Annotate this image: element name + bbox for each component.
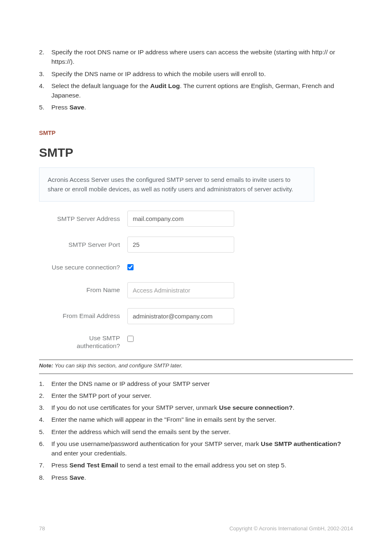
page-number: 78 [39, 525, 45, 533]
list-text: Specify the root DNS name or IP address … [51, 49, 335, 65]
list-text-after: . [84, 104, 86, 111]
label-smtp-auth-line2: authentication? [77, 342, 120, 349]
label-server-address: SMTP Server Address [39, 214, 127, 223]
copyright-text: Copyright © Acronis International GmbH, … [229, 525, 353, 533]
divider [39, 374, 353, 374]
label-server-port: SMTP Server Port [39, 240, 127, 249]
list-bold: Audit Log [150, 82, 180, 89]
list-text: Press [51, 474, 69, 481]
list-text: Select the default language for the [51, 82, 150, 89]
list-item: Select the default language for the Audi… [51, 81, 353, 100]
input-from-name[interactable] [127, 282, 234, 298]
list-text-after: . [84, 474, 86, 481]
label-from-email: From Email Address [39, 311, 127, 320]
bottom-ordered-list: Enter the DNS name or IP address of your… [39, 379, 353, 482]
smtp-form: SMTP Server Address SMTP Server Port Use… [39, 211, 314, 350]
label-smtp-auth: Use SMTP authentication? [39, 334, 127, 350]
note-text: You can skip this section, and configure… [53, 362, 183, 369]
list-item: Enter the name which will appear in the … [51, 415, 353, 424]
label-smtp-auth-line1: Use SMTP [89, 334, 120, 341]
list-bold: Save [69, 474, 84, 481]
page-footer: 78 Copyright © Acronis International Gmb… [39, 525, 353, 533]
smtp-subheading: SMTP [39, 129, 353, 138]
note-prefix: Note: [39, 362, 53, 369]
list-item: If you use username/password authenticat… [51, 439, 353, 458]
list-text: Enter the SMTP port of your server. [51, 392, 152, 399]
list-text: Enter the name which will appear in the … [51, 416, 276, 423]
list-bold: Save [69, 104, 84, 111]
list-bold: Use SMTP authentication? [261, 440, 341, 447]
list-item: Press Save. [51, 102, 353, 112]
list-item: Enter the DNS name or IP address of your… [51, 379, 353, 388]
top-ordered-list: Specify the root DNS name or IP address … [39, 47, 353, 112]
list-text: Press [51, 462, 69, 469]
list-text-after: to send a test email to the email addres… [118, 462, 286, 469]
list-text-after: . [293, 404, 294, 411]
input-from-email[interactable] [127, 308, 234, 324]
divider [39, 360, 353, 360]
label-from-name: From Name [39, 285, 127, 295]
list-bold: Use secure connection? [219, 404, 293, 411]
smtp-info-box: Acronis Access Server uses the configure… [39, 167, 314, 202]
row-server-address: SMTP Server Address [39, 211, 314, 227]
label-secure-connection: Use secure connection? [39, 262, 127, 272]
input-server-address[interactable] [127, 211, 234, 227]
list-item: Press Send Test Email to send a test ema… [51, 460, 353, 470]
checkbox-secure-connection[interactable] [127, 264, 134, 270]
list-text-after: and enter your credentials. [51, 450, 127, 457]
list-item: Specify the root DNS name or IP address … [51, 47, 353, 67]
row-from-email: From Email Address [39, 308, 314, 324]
list-item: Enter the SMTP port of your server. [51, 391, 353, 400]
list-text: Press [51, 104, 69, 111]
list-item: Press Save. [51, 473, 353, 482]
list-item: Enter the address which will send the em… [51, 427, 353, 437]
note: Note: You can skip this section, and con… [39, 362, 353, 370]
input-server-port[interactable] [127, 237, 234, 253]
list-text: If you do not use certificates for your … [51, 404, 219, 411]
smtp-heading: SMTP [39, 143, 353, 162]
list-text: If you use username/password authenticat… [51, 440, 261, 447]
row-smtp-auth: Use SMTP authentication? [39, 334, 314, 350]
row-from-name: From Name [39, 282, 314, 298]
list-text: Enter the DNS name or IP address of your… [51, 380, 210, 387]
list-text: Enter the address which will send the em… [51, 428, 231, 435]
list-item: If you do not use certificates for your … [51, 403, 353, 412]
checkbox-smtp-auth[interactable] [127, 336, 134, 342]
list-bold: Send Test Email [69, 462, 118, 469]
row-server-port: SMTP Server Port [39, 237, 314, 253]
list-text: Specify the DNS name or IP address to wh… [51, 70, 266, 77]
list-item: Specify the DNS name or IP address to wh… [51, 69, 353, 79]
row-secure-connection: Use secure connection? [39, 262, 314, 272]
